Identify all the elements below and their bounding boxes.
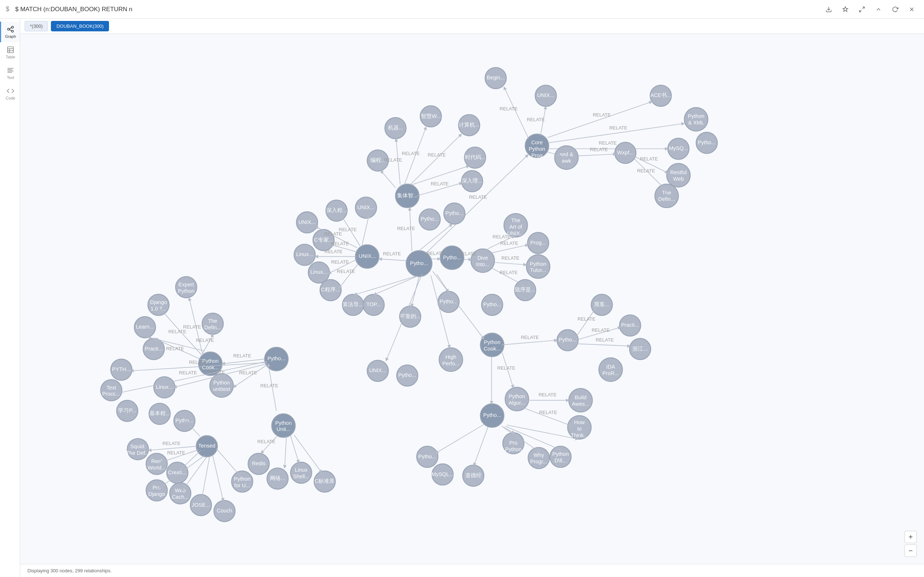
node-mysql-top[interactable] [668, 138, 689, 160]
node-expert[interactable] [175, 277, 197, 298]
node-suanfa[interactable] [342, 294, 364, 316]
node-pyth-top[interactable] [696, 132, 717, 154]
node-shenru-left[interactable] [326, 200, 347, 221]
node-redis[interactable] [248, 453, 269, 475]
node-ida[interactable] [599, 358, 622, 381]
collapse-button[interactable] [872, 3, 885, 16]
node-unix-hub[interactable] [355, 245, 379, 268]
node-pytho-lower[interactable] [397, 365, 418, 386]
node-build-awesome[interactable] [569, 388, 592, 412]
node-daodejing[interactable] [463, 465, 484, 487]
node-text-proc[interactable] [101, 380, 122, 401]
svg-text:RELATE: RELATE [428, 152, 446, 158]
node-top[interactable] [363, 294, 384, 316]
node-zhw[interactable] [420, 106, 441, 127]
query-text: $ MATCH (n:DOUBAN_BOOK) RETURN n [15, 6, 818, 13]
node-shidai[interactable] [465, 147, 486, 168]
node-begin[interactable] [485, 68, 506, 89]
node-practi-right[interactable] [619, 315, 641, 336]
pin-button[interactable] [839, 3, 852, 16]
node-pytho-right2[interactable] [557, 330, 578, 351]
node-pytho-hub-left[interactable] [265, 347, 288, 371]
node-pytho-upper2[interactable] [419, 209, 440, 230]
node-python-dll[interactable] [550, 446, 571, 467]
node-core-python[interactable] [525, 134, 549, 158]
node-unix-left2[interactable] [296, 212, 318, 233]
node-clang[interactable] [314, 471, 335, 492]
node-prog[interactable] [528, 232, 549, 253]
node-pyth-ll[interactable] [111, 359, 132, 380]
graph-canvas[interactable]: Pytho... Core Python Prog RELATE UNIX...… [20, 34, 924, 564]
node-heise[interactable] [591, 294, 612, 316]
node-ace[interactable] [650, 85, 671, 106]
node-mysql-bottom[interactable] [432, 464, 453, 485]
node-wanglu[interactable] [267, 468, 288, 489]
node-howto[interactable] [568, 416, 591, 439]
node-why-prog[interactable] [528, 448, 549, 469]
node-linux-prog[interactable] [154, 377, 175, 398]
tab-all[interactable]: *(300) [24, 21, 48, 31]
tab-douban-book[interactable]: DOUBAN_BOOK(300) [51, 21, 109, 31]
node-linux-shell[interactable] [291, 462, 312, 483]
node-jiben[interactable] [149, 403, 170, 424]
node-python-u[interactable] [232, 471, 253, 492]
node-jiqixue[interactable] [385, 118, 406, 139]
svg-text:RELATE: RELATE [596, 337, 614, 343]
node-web-cach[interactable] [170, 483, 191, 504]
node-python-algo[interactable] [505, 387, 528, 411]
node-pytho-lower[interactable] [174, 410, 195, 432]
svg-text:RELATE: RELATE [384, 157, 402, 163]
download-button[interactable] [822, 3, 835, 16]
node-python-cook-right[interactable] [480, 333, 504, 357]
node-xuexi[interactable] [116, 400, 138, 422]
node-python-cook2[interactable] [481, 294, 503, 316]
node-definitive[interactable] [655, 184, 678, 208]
node-unix-lower[interactable] [367, 360, 388, 382]
refresh-button[interactable] [888, 3, 901, 16]
node-high-perf[interactable] [439, 348, 463, 371]
svg-text:RELATE: RELATE [640, 156, 658, 161]
node-python-tutor[interactable] [526, 255, 550, 279]
node-luxu[interactable] [515, 279, 536, 301]
node-python-unit[interactable] [272, 414, 295, 437]
node-python-xml[interactable] [684, 108, 708, 131]
sidebar-item-code[interactable]: Code [0, 83, 20, 104]
node-wapi[interactable] [615, 142, 636, 164]
node-pytho-br[interactable] [417, 446, 438, 467]
node-real-world[interactable] [146, 453, 168, 475]
node-learn[interactable] [134, 317, 155, 338]
sidebar-item-text[interactable]: Text [0, 63, 20, 83]
node-cchengxu[interactable] [320, 279, 341, 301]
node-couch[interactable] [214, 501, 235, 522]
node-linux2[interactable] [308, 262, 330, 283]
node-tensed[interactable] [196, 436, 218, 457]
close-button[interactable] [905, 3, 918, 16]
node-art-unix[interactable] [504, 213, 527, 237]
node-linux1[interactable] [294, 244, 315, 266]
node-pro-django[interactable] [146, 480, 168, 501]
node-unix-left1[interactable] [355, 197, 377, 218]
svg-line-169 [216, 449, 241, 477]
node-squid[interactable] [128, 438, 149, 460]
node-jiti[interactable] [396, 184, 419, 208]
svg-line-179 [261, 436, 278, 453]
sidebar-item-table[interactable]: Table [0, 42, 20, 63]
svg-line-160 [149, 446, 197, 450]
node-django[interactable] [148, 294, 169, 316]
node-pytho-upper[interactable] [444, 203, 465, 224]
expand-button[interactable] [855, 3, 868, 16]
node-pytho-hub-right[interactable] [440, 246, 464, 269]
zoom-out-button[interactable]: − [905, 545, 917, 557]
node-jose[interactable] [190, 495, 212, 516]
node-pro-python[interactable] [503, 433, 524, 454]
node-restful[interactable] [667, 163, 690, 187]
node-jiangzhe[interactable] [630, 338, 651, 359]
node-python-bottom[interactable] [480, 404, 504, 427]
node-shenru[interactable] [462, 171, 483, 192]
node-jisuanji[interactable] [459, 115, 480, 136]
node-kekao[interactable] [399, 306, 421, 327]
sidebar-item-graph[interactable]: Graph [0, 22, 20, 42]
node-unix-top[interactable] [535, 85, 557, 106]
node-definitive-left[interactable] [202, 313, 223, 334]
zoom-in-button[interactable]: + [905, 531, 917, 543]
